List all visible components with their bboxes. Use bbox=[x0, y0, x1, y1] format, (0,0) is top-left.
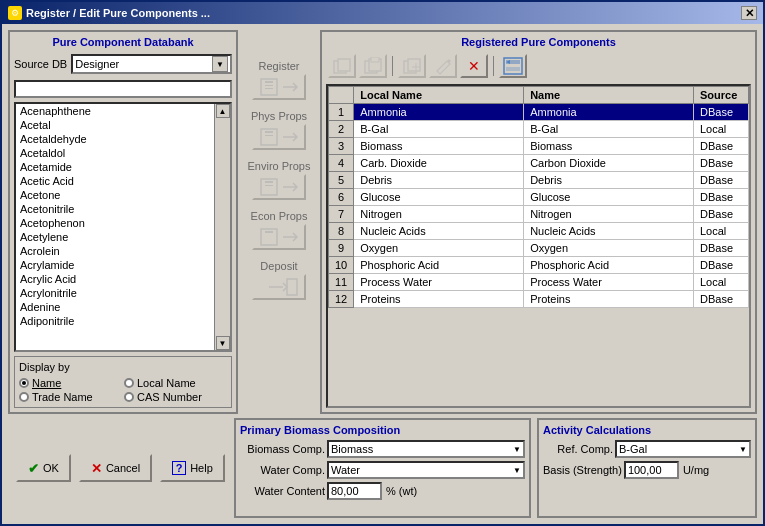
biomass-panel-title: Primary Biomass Composition bbox=[240, 424, 525, 436]
list-item[interactable]: Acenaphthene bbox=[16, 104, 214, 118]
ok-button[interactable]: ✔ OK bbox=[16, 454, 71, 482]
radio-cas-number-circle[interactable] bbox=[124, 392, 134, 402]
econ-props-btn[interactable] bbox=[252, 224, 306, 250]
source-db-select[interactable]: Designer ▼ bbox=[71, 54, 232, 74]
radio-name[interactable]: Name bbox=[19, 377, 122, 389]
close-button[interactable]: ✕ bbox=[741, 6, 757, 20]
list-item[interactable]: Acrylic Acid bbox=[16, 272, 214, 286]
list-item[interactable]: Adenine bbox=[16, 300, 214, 314]
basis-input[interactable] bbox=[624, 461, 679, 479]
list-item[interactable]: Acetic Acid bbox=[16, 174, 214, 188]
table-row[interactable]: 1 Ammonia Ammonia DBase bbox=[329, 104, 749, 121]
refresh-icon bbox=[503, 57, 523, 75]
cell-local-name: Nucleic Acids bbox=[354, 223, 524, 240]
basis-unit: U/mg bbox=[683, 464, 709, 476]
paste-icon bbox=[363, 57, 383, 75]
help-question-icon: ? bbox=[172, 461, 186, 475]
refresh-btn[interactable] bbox=[499, 54, 527, 78]
help-button[interactable]: ? Help bbox=[160, 454, 225, 482]
table-row[interactable]: 3 Biomass Biomass DBase bbox=[329, 138, 749, 155]
radio-local-name[interactable]: Local Name bbox=[124, 377, 227, 389]
source-db-dropdown-btn[interactable]: ▼ bbox=[212, 56, 228, 72]
compound-list[interactable]: AcenaphtheneAcetalAcetaldehydeAcetaldolA… bbox=[14, 102, 232, 352]
list-item[interactable]: Acrylamide bbox=[16, 258, 214, 272]
deposit-btn[interactable] bbox=[252, 274, 306, 300]
toolbar-btn-3[interactable] bbox=[398, 54, 426, 78]
toolbar-btn-4[interactable] bbox=[429, 54, 457, 78]
radio-name-label[interactable]: Name bbox=[32, 377, 61, 389]
list-item[interactable]: Acetylene bbox=[16, 230, 214, 244]
deposit-label: Deposit bbox=[260, 260, 297, 272]
table-row[interactable]: 5 Debris Debris DBase bbox=[329, 172, 749, 189]
table-row[interactable]: 9 Oxygen Oxygen DBase bbox=[329, 240, 749, 257]
activity-panel: Activity Calculations Ref. Comp. B-Gal ▼… bbox=[537, 418, 757, 518]
phys-props-btn[interactable] bbox=[252, 124, 306, 150]
cancel-button[interactable]: ✕ Cancel bbox=[79, 454, 152, 482]
radio-cas-number[interactable]: CAS Number bbox=[124, 391, 227, 403]
col-num bbox=[329, 87, 354, 104]
top-section: Pure Component Databank Source DB Design… bbox=[8, 30, 757, 414]
water-comp-row: Water Comp. Water ▼ bbox=[240, 461, 525, 479]
help-label: Help bbox=[190, 462, 213, 474]
table-row[interactable]: 8 Nucleic Acids Nucleic Acids Local bbox=[329, 223, 749, 240]
delete-btn[interactable]: ✕ bbox=[460, 54, 488, 78]
search-input[interactable] bbox=[14, 80, 232, 98]
toolbar-btn-1[interactable] bbox=[328, 54, 356, 78]
radio-local-name-label[interactable]: Local Name bbox=[137, 377, 196, 389]
radio-cas-number-label[interactable]: CAS Number bbox=[137, 391, 202, 403]
cell-source: DBase bbox=[694, 172, 749, 189]
content-area: Pure Component Databank Source DB Design… bbox=[2, 24, 763, 524]
cell-local-name: Glucose bbox=[354, 189, 524, 206]
svg-rect-1 bbox=[265, 81, 273, 83]
table-row[interactable]: 12 Proteins Proteins DBase bbox=[329, 291, 749, 308]
radio-local-name-circle[interactable] bbox=[124, 378, 134, 388]
table-row[interactable]: 2 B-Gal B-Gal Local bbox=[329, 121, 749, 138]
radio-name-circle[interactable] bbox=[19, 378, 29, 388]
water-comp-input[interactable]: Water ▼ bbox=[327, 461, 525, 479]
ref-comp-label: Ref. Comp. bbox=[543, 443, 613, 455]
svg-rect-2 bbox=[265, 85, 273, 86]
cell-source: DBase bbox=[694, 291, 749, 308]
biomass-comp-dropdown-icon[interactable]: ▼ bbox=[513, 445, 521, 454]
list-item[interactable]: Acetamide bbox=[16, 160, 214, 174]
table-row[interactable]: 7 Nitrogen Nitrogen DBase bbox=[329, 206, 749, 223]
list-item[interactable]: Acetophenon bbox=[16, 216, 214, 230]
cell-source: Local bbox=[694, 223, 749, 240]
list-item[interactable]: Acetaldehyde bbox=[16, 132, 214, 146]
compound-list-scrollbar[interactable]: ▲ ▼ bbox=[214, 104, 230, 350]
ref-comp-value: B-Gal bbox=[619, 443, 647, 455]
registered-components-table[interactable]: Local Name Name Source 1 Ammonia Ammonia… bbox=[326, 84, 751, 408]
cell-source: DBase bbox=[694, 104, 749, 121]
row-num: 5 bbox=[329, 172, 354, 189]
table-row[interactable]: 10 Phosphoric Acid Phosphoric Acid DBase bbox=[329, 257, 749, 274]
list-item[interactable]: Acetaldol bbox=[16, 146, 214, 160]
right-toolbar: ✕ bbox=[326, 52, 751, 80]
list-item[interactable]: Acetonitrile bbox=[16, 202, 214, 216]
enviro-props-group: Enviro Props bbox=[244, 160, 314, 200]
water-content-input[interactable] bbox=[327, 482, 382, 500]
list-item[interactable]: Acrylonitrile bbox=[16, 286, 214, 300]
list-item[interactable]: Acrolein bbox=[16, 244, 214, 258]
toolbar-separator-2 bbox=[493, 56, 494, 76]
radio-trade-name-circle[interactable] bbox=[19, 392, 29, 402]
list-item[interactable]: Acetone bbox=[16, 188, 214, 202]
biomass-comp-input[interactable]: Biomass ▼ bbox=[327, 440, 525, 458]
radio-trade-name-label[interactable]: Trade Name bbox=[32, 391, 93, 403]
enviro-props-btn[interactable] bbox=[252, 174, 306, 200]
water-content-label: Water Content bbox=[240, 485, 325, 497]
ref-comp-input[interactable]: B-Gal ▼ bbox=[615, 440, 751, 458]
table-row[interactable]: 11 Process Water Process Water Local bbox=[329, 274, 749, 291]
scroll-up-btn[interactable]: ▲ bbox=[216, 104, 230, 118]
toolbar-btn-2[interactable] bbox=[359, 54, 387, 78]
cell-name: Oxygen bbox=[524, 240, 694, 257]
cell-source: DBase bbox=[694, 257, 749, 274]
table-row[interactable]: 4 Carb. Dioxide Carbon Dioxide DBase bbox=[329, 155, 749, 172]
water-comp-dropdown-icon[interactable]: ▼ bbox=[513, 466, 521, 475]
radio-trade-name[interactable]: Trade Name bbox=[19, 391, 122, 403]
list-item[interactable]: Acetal bbox=[16, 118, 214, 132]
table-row[interactable]: 6 Glucose Glucose DBase bbox=[329, 189, 749, 206]
list-item[interactable]: Adiponitrile bbox=[16, 314, 214, 328]
ref-comp-dropdown-icon[interactable]: ▼ bbox=[739, 445, 747, 454]
scroll-down-btn[interactable]: ▼ bbox=[216, 336, 230, 350]
register-btn[interactable] bbox=[252, 74, 306, 100]
